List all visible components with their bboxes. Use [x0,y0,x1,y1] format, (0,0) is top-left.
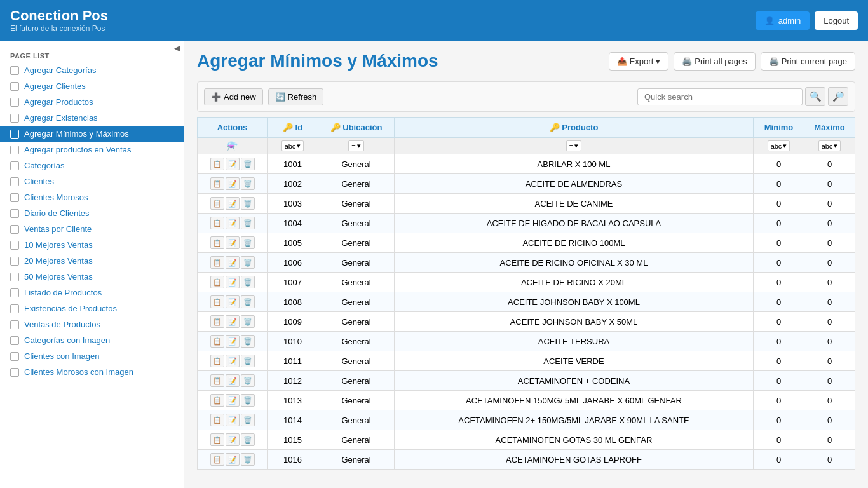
sidebar-item[interactable]: Clientes Morosos con Imagen [0,364,184,380]
sidebar-item[interactable]: Categorías [0,158,184,173]
table-header-row: Actions 🔑 Id 🔑 Ubicación 🔑 Producto [198,118,855,138]
quick-search-input[interactable] [637,88,803,105]
table-filter-row: ⚗️ abc ▾ = ▾ = ▾ abc ▾ abc ▾ [198,138,855,154]
view-button[interactable]: 📋 [210,256,224,269]
edit-button[interactable]: 📝 [226,394,240,407]
sidebar-item[interactable]: 10 Mejores Ventas [0,237,184,253]
view-button[interactable]: 📋 [210,394,224,407]
view-button[interactable]: 📋 [210,315,224,328]
advanced-search-icon: 🔎 [832,91,844,102]
edit-button[interactable]: 📝 [226,433,240,446]
delete-button[interactable]: 🗑️ [241,256,255,269]
key-icon-producto: 🔑 [550,123,560,132]
refresh-button[interactable]: 🔄 Refresh [268,88,324,105]
view-button[interactable]: 📋 [210,236,224,249]
sidebar-item-checkbox [10,193,19,202]
edit-button[interactable]: 📝 [226,177,240,190]
action-icons: 📋 📝 🗑️ [203,236,262,249]
table-row: 📋 📝 🗑️ 1005GeneralACEITE DE RICINO 100ML… [198,233,855,253]
table-row: 📋 📝 🗑️ 1012GeneralACETAMINOFEN + CODEINA… [198,371,855,391]
table-row: 📋 📝 🗑️ 1010GeneralACEITE TERSURA00 [198,332,855,351]
edit-button[interactable]: 📝 [226,256,240,269]
delete-button[interactable]: 🗑️ [241,276,255,288]
view-button[interactable]: 📋 [210,197,224,210]
view-button[interactable]: 📋 [210,335,224,348]
edit-button[interactable]: 📝 [226,295,240,308]
edit-button[interactable]: 📝 [226,414,240,426]
sidebar-item[interactable]: 50 Mejores Ventas [0,269,184,285]
edit-button[interactable]: 📝 [226,236,240,249]
view-button[interactable]: 📋 [210,217,224,229]
edit-button[interactable]: 📝 [226,197,240,210]
sidebar-item[interactable]: Agregar Categorías [0,62,184,78]
sidebar-item[interactable]: Clientes Morosos [0,189,184,205]
delete-button[interactable]: 🗑️ [241,335,255,348]
delete-button[interactable]: 🗑️ [241,355,255,367]
page-header: Agregar Mínimos y Máximos 📤 Export ▾ 🖨️ … [197,51,855,71]
print-current-button[interactable]: 🖨️ Print current page [761,52,855,71]
view-button[interactable]: 📋 [210,177,224,190]
sidebar-item[interactable]: Clientes [0,173,184,189]
edit-button[interactable]: 📝 [226,355,240,367]
sidebar-item[interactable]: Listado de Productos [0,285,184,301]
delete-button[interactable]: 🗑️ [241,453,255,466]
sidebar-item[interactable]: Agregar Productos [0,94,184,110]
filter-id-control[interactable]: abc ▾ [281,140,304,151]
print-all-button[interactable]: 🖨️ Print all pages [674,52,755,71]
delete-button[interactable]: 🗑️ [241,177,255,190]
delete-button[interactable]: 🗑️ [241,315,255,328]
delete-button[interactable]: 🗑️ [241,217,255,229]
edit-button[interactable]: 📝 [226,217,240,229]
view-button[interactable]: 📋 [210,433,224,446]
sidebar-item[interactable]: Agregar Mínimos y Máximos [0,126,184,142]
filter-minimo-control[interactable]: abc ▾ [768,140,790,151]
delete-button[interactable]: 🗑️ [241,236,255,249]
sidebar-item[interactable]: Diario de Clientes [0,205,184,221]
edit-button[interactable]: 📝 [226,374,240,387]
filter-maximo-control[interactable]: abc ▾ [818,140,841,151]
sidebar-item[interactable]: Agregar Existencias [0,110,184,126]
filter-producto-control[interactable]: = ▾ [566,140,581,151]
edit-button[interactable]: 📝 [226,453,240,466]
cell-ubicacion: General [318,292,395,312]
export-button[interactable]: 📤 Export ▾ [609,52,669,71]
view-button[interactable]: 📋 [210,276,224,288]
sidebar-item[interactable]: Clientes con Imagen [0,348,184,364]
delete-button[interactable]: 🗑️ [241,295,255,308]
filter-ubicacion-chevron-icon: ▾ [357,142,361,150]
table-row: 📋 📝 🗑️ 1003GeneralACEITE DE CANIME00 [198,194,855,214]
sidebar-item[interactable]: Ventas por Cliente [0,221,184,237]
cell-maximo: 0 [804,430,855,450]
delete-button[interactable]: 🗑️ [241,374,255,387]
view-button[interactable]: 📋 [210,453,224,466]
filter-ubicacion-control[interactable]: = ▾ [348,140,363,151]
delete-button[interactable]: 🗑️ [241,197,255,210]
sidebar-section-label: PAGE LIST [0,47,184,62]
view-button[interactable]: 📋 [210,374,224,387]
edit-button[interactable]: 📝 [226,335,240,348]
delete-button[interactable]: 🗑️ [241,394,255,407]
sidebar-item[interactable]: Existencias de Productos [0,301,184,316]
admin-button[interactable]: 👤 admin [756,11,810,30]
search-button[interactable]: 🔍 [805,87,825,106]
sidebar-item[interactable]: Agregar productos en Ventas [0,142,184,158]
logout-button[interactable]: Logout [815,11,858,30]
sidebar-toggle[interactable]: ◀ [171,41,184,488]
view-button[interactable]: 📋 [210,158,224,170]
sidebar-item[interactable]: Ventas de Productos [0,316,184,332]
view-button[interactable]: 📋 [210,295,224,308]
delete-button[interactable]: 🗑️ [241,158,255,170]
sidebar-item[interactable]: Agregar Clientes [0,78,184,94]
view-button[interactable]: 📋 [210,355,224,367]
action-icons: 📋 📝 🗑️ [203,197,262,210]
edit-button[interactable]: 📝 [226,158,240,170]
sidebar-item[interactable]: Categorías con Imagen [0,332,184,348]
add-new-button[interactable]: ➕ Add new [204,88,263,105]
edit-button[interactable]: 📝 [226,276,240,288]
sidebar-item[interactable]: 20 Mejores Ventas [0,253,184,269]
view-button[interactable]: 📋 [210,414,224,426]
delete-button[interactable]: 🗑️ [241,433,255,446]
advanced-search-button[interactable]: 🔎 [828,87,848,106]
edit-button[interactable]: 📝 [226,315,240,328]
delete-button[interactable]: 🗑️ [241,414,255,426]
